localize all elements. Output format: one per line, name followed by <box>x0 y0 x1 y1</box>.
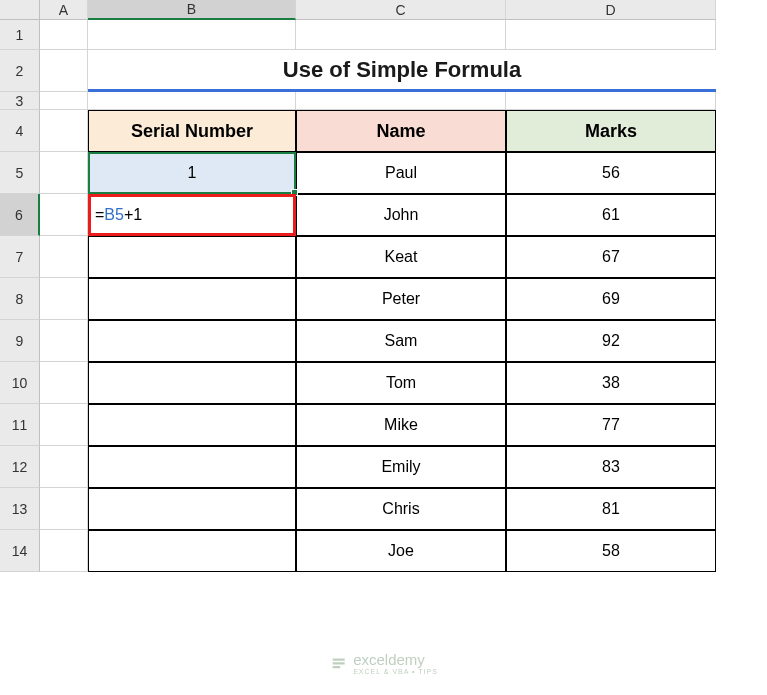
row-header-11[interactable]: 11 <box>0 404 40 446</box>
cell-c14[interactable]: Joe <box>296 530 506 572</box>
cell-c5[interactable]: Paul <box>296 152 506 194</box>
watermark-tagline: EXCEL & VBA • TIPS <box>353 668 438 675</box>
watermark: exceldemy EXCEL & VBA • TIPS <box>329 651 438 675</box>
cell-b1[interactable] <box>88 20 296 50</box>
cell-a4[interactable] <box>40 110 88 152</box>
row-header-4[interactable]: 4 <box>0 110 40 152</box>
cell-b3[interactable] <box>88 92 296 110</box>
watermark-icon <box>329 654 347 672</box>
cell-b7[interactable] <box>88 236 296 278</box>
cell-a3[interactable] <box>40 92 88 110</box>
row-header-2[interactable]: 2 <box>0 50 40 92</box>
row-header-14[interactable]: 14 <box>0 530 40 572</box>
col-header-a[interactable]: A <box>40 0 88 20</box>
row-header-7[interactable]: 7 <box>0 236 40 278</box>
cell-a11[interactable] <box>40 404 88 446</box>
cell-a8[interactable] <box>40 278 88 320</box>
cell-a1[interactable] <box>40 20 88 50</box>
cell-d9[interactable]: 92 <box>506 320 716 362</box>
cell-c9[interactable]: Sam <box>296 320 506 362</box>
cell-d8[interactable]: 69 <box>506 278 716 320</box>
cell-a13[interactable] <box>40 488 88 530</box>
svg-rect-0 <box>332 659 344 661</box>
cell-d13[interactable]: 81 <box>506 488 716 530</box>
cell-c10[interactable]: Tom <box>296 362 506 404</box>
cell-c3[interactable] <box>296 92 506 110</box>
cell-b6-formula[interactable]: =B5+1 <box>88 194 296 236</box>
cell-a5[interactable] <box>40 152 88 194</box>
cell-c11[interactable]: Mike <box>296 404 506 446</box>
row-header-6[interactable]: 6 <box>0 194 40 236</box>
header-serial[interactable]: Serial Number <box>88 110 296 152</box>
svg-rect-2 <box>332 666 340 668</box>
cell-d12[interactable]: 83 <box>506 446 716 488</box>
cell-a7[interactable] <box>40 236 88 278</box>
cell-b9[interactable] <box>88 320 296 362</box>
row-header-13[interactable]: 13 <box>0 488 40 530</box>
row-header-8[interactable]: 8 <box>0 278 40 320</box>
title-cell[interactable]: Use of Simple Formula <box>88 50 716 92</box>
row-header-10[interactable]: 10 <box>0 362 40 404</box>
cell-b8[interactable] <box>88 278 296 320</box>
col-header-d[interactable]: D <box>506 0 716 20</box>
row-header-3[interactable]: 3 <box>0 92 40 110</box>
cell-d7[interactable]: 67 <box>506 236 716 278</box>
cell-b5-value: 1 <box>188 164 197 182</box>
row-header-9[interactable]: 9 <box>0 320 40 362</box>
cell-b11[interactable] <box>88 404 296 446</box>
cell-b14[interactable] <box>88 530 296 572</box>
cell-a9[interactable] <box>40 320 88 362</box>
cell-b5-selected[interactable]: 1 <box>88 152 296 194</box>
cell-d11[interactable]: 77 <box>506 404 716 446</box>
cell-c7[interactable]: Keat <box>296 236 506 278</box>
cell-a14[interactable] <box>40 530 88 572</box>
cell-c8[interactable]: Peter <box>296 278 506 320</box>
cell-b10[interactable] <box>88 362 296 404</box>
col-header-c[interactable]: C <box>296 0 506 20</box>
header-name[interactable]: Name <box>296 110 506 152</box>
cell-c12[interactable]: Emily <box>296 446 506 488</box>
formula-suffix: +1 <box>124 206 142 224</box>
svg-rect-1 <box>332 662 344 664</box>
row-header-1[interactable]: 1 <box>0 20 40 50</box>
formula-ref: B5 <box>104 206 124 224</box>
row-header-12[interactable]: 12 <box>0 446 40 488</box>
watermark-brand: exceldemy <box>353 651 425 668</box>
row-header-5[interactable]: 5 <box>0 152 40 194</box>
header-marks[interactable]: Marks <box>506 110 716 152</box>
cell-b13[interactable] <box>88 488 296 530</box>
cell-c1[interactable] <box>296 20 506 50</box>
cell-d3[interactable] <box>506 92 716 110</box>
cell-d10[interactable]: 38 <box>506 362 716 404</box>
cell-c13[interactable]: Chris <box>296 488 506 530</box>
cell-c6[interactable]: John <box>296 194 506 236</box>
cell-d14[interactable]: 58 <box>506 530 716 572</box>
select-all-corner[interactable] <box>0 0 40 20</box>
cell-a6[interactable] <box>40 194 88 236</box>
cell-a2[interactable] <box>40 50 88 92</box>
cell-d1[interactable] <box>506 20 716 50</box>
cell-a12[interactable] <box>40 446 88 488</box>
cell-a10[interactable] <box>40 362 88 404</box>
formula-prefix: = <box>95 206 104 224</box>
cell-d6[interactable]: 61 <box>506 194 716 236</box>
cell-b12[interactable] <box>88 446 296 488</box>
col-header-b[interactable]: B <box>88 0 296 20</box>
cell-d5[interactable]: 56 <box>506 152 716 194</box>
spreadsheet-grid: A B C D 1 2 Use of Simple Formula 3 4 Se… <box>0 0 767 572</box>
